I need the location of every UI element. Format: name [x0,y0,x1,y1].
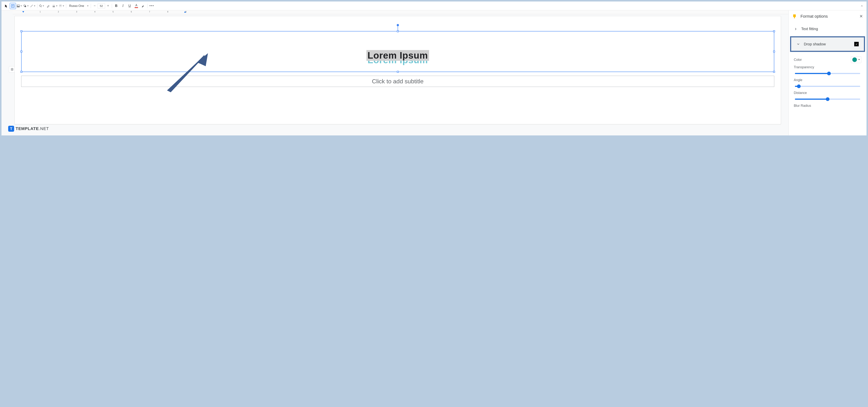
transparency-slider[interactable] [795,73,860,74]
ruler-tick-label: 8 [167,11,168,13]
slider-fill [795,99,828,100]
border-weight-tool[interactable] [52,3,58,9]
ruler-tick-label: 2 [58,11,59,13]
textbox-tool[interactable]: T [10,3,16,9]
separator [91,4,91,8]
canvas-area: 123456789 Lorem Ips [1,10,788,135]
border-dash-tool[interactable] [59,3,65,9]
watermark-suffix: .NET [39,126,49,131]
app-window: T Russo One − + B [1,1,867,135]
fit-to-window-button[interactable] [9,66,15,72]
drop-shadow-body: Color Transparency Angle [788,53,867,113]
chevron-down-icon [796,42,800,46]
distance-group: Distance [794,90,861,103]
ruler-tick-label: 1 [40,11,41,13]
ruler-tick-label: 9 [185,11,187,13]
collapse-toolbar-button[interactable] [859,3,865,9]
subtitle-placeholder: Click to add subtitle [372,78,424,85]
fill-color-tool[interactable] [38,3,45,9]
text-color-letter: A [135,4,137,7]
underline-button[interactable]: U [126,3,133,9]
distance-slider[interactable] [795,99,860,100]
close-panel-button[interactable]: ✕ [860,14,863,19]
main-area: 123456789 Lorem Ips [1,10,867,135]
subtitle-textbox[interactable]: Click to add subtitle [21,76,774,87]
resize-handle-bl[interactable] [21,71,22,73]
text-color-bar [135,7,138,8]
ruler-tick-label: 6 [131,11,132,13]
panel-title: Format options [801,14,857,19]
color-row: Color [794,55,861,65]
title-text[interactable]: Lorem Ipsum [366,50,429,61]
increase-font-button[interactable]: + [105,3,111,8]
toolbar: T Russo One − + B [1,1,867,10]
angle-group: Angle [794,77,861,90]
slide-canvas[interactable]: Lorem Ipsum Lorem Ipsum Click to add sub… [14,16,781,124]
more-tools-button[interactable]: ••• [149,3,155,9]
drop-shadow-label: Drop shadow [804,42,850,46]
slider-fill [795,73,829,74]
transparency-group: Transparency [794,65,861,77]
svg-point-3 [18,5,18,6]
svg-rect-18 [793,14,796,17]
select-tool[interactable] [3,3,9,9]
border-color-tool[interactable] [45,3,52,9]
color-label: Color [794,58,802,62]
watermark: T TEMPLATE.NET [8,126,49,132]
slider-thumb[interactable] [797,85,801,88]
watermark-text: TEMPLATE.NET [16,126,49,131]
format-options-panel: Format options ✕ Text fitting Drop shado… [788,10,867,135]
resize-handle-bm[interactable] [397,71,399,73]
shadow-color-swatch [852,57,857,62]
format-options-icon [792,14,798,19]
text-fitting-section[interactable]: Text fitting [788,22,867,35]
svg-rect-13 [142,7,144,8]
distance-label: Distance [794,91,861,95]
ruler-indent-marker[interactable] [22,11,25,14]
text-fitting-label: Text fitting [801,27,861,31]
text-color-button[interactable]: A [133,3,140,9]
separator [147,4,148,8]
italic-button[interactable]: I [120,3,126,9]
highlight-color-button[interactable] [140,3,146,9]
angle-label: Angle [794,78,861,82]
angle-slider[interactable] [795,86,860,87]
decrease-font-button[interactable]: − [92,3,97,8]
shape-tool[interactable] [23,3,29,9]
watermark-logo-icon: T [8,126,14,132]
blur-group: Blur Radius [794,103,861,108]
shadow-color-picker[interactable] [851,56,861,63]
drop-shadow-checkbox[interactable]: ✓ [854,42,859,46]
font-size-input[interactable] [98,3,105,8]
font-size-group: − + [92,3,111,9]
svg-rect-5 [25,6,26,7]
font-family-select[interactable]: Russo One [67,3,90,9]
transparency-label: Transparency [794,65,861,69]
drop-shadow-section[interactable]: Drop shadow ✓ [790,36,865,52]
chevron-right-icon [794,27,798,31]
title-content: Lorem Ipsum Lorem Ipsum [22,31,774,61]
blur-label: Blur Radius [794,104,861,108]
slider-thumb[interactable] [826,97,830,101]
ruler-tick-label: 5 [113,11,114,13]
ruler-tick-label: 4 [94,11,95,13]
panel-header: Format options ✕ [788,10,867,22]
ruler-tick-label: 3 [76,11,77,13]
horizontal-ruler[interactable]: 123456789 [13,10,788,14]
title-textbox[interactable]: Lorem Ipsum Lorem Ipsum [21,31,774,72]
resize-handle-br[interactable] [773,71,775,73]
bold-button[interactable]: B [113,3,119,9]
svg-line-6 [31,5,33,7]
slider-thumb[interactable] [827,72,831,75]
ruler-tick-label: 7 [149,11,150,13]
separator [37,4,37,8]
image-tool[interactable] [17,3,23,9]
watermark-brand: TEMPLATE [16,126,39,131]
rotation-handle[interactable] [397,24,399,26]
svg-text:T: T [12,5,13,7]
svg-rect-19 [794,17,795,19]
line-tool[interactable] [30,3,36,9]
